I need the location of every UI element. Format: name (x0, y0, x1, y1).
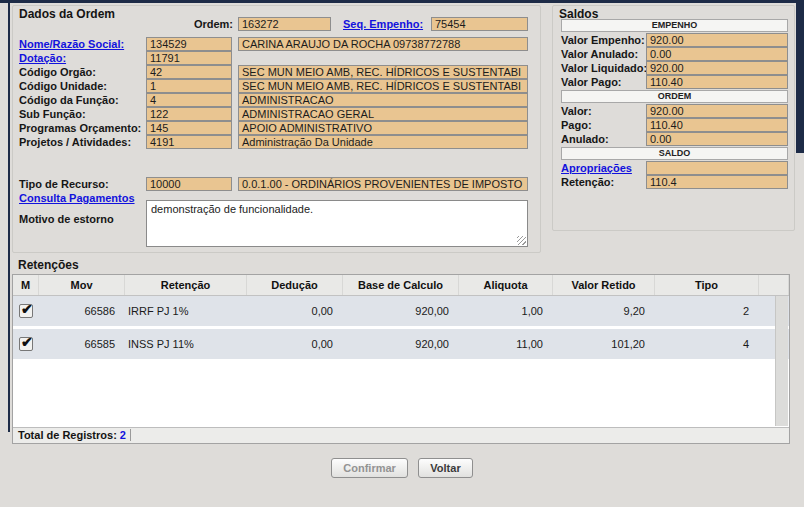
action-button-bar: Confirmar Voltar (0, 458, 804, 478)
programas-orcamento-desc-field[interactable]: APOIO ADMINISTRATIVO (238, 121, 528, 135)
nome-code-field[interactable]: 134529 (146, 37, 232, 51)
cell-valor-retido: 101,20 (553, 338, 655, 350)
saldo-section-header: SALDO (561, 147, 788, 160)
cell-mov: 66585 (39, 338, 125, 350)
voltar-button[interactable]: Voltar (418, 458, 472, 478)
seq-empenho-field[interactable]: 75454 (431, 17, 528, 31)
seq-empenho-link[interactable]: Seq. Empenho: (343, 18, 423, 31)
programas-orcamento-code-field[interactable]: 145 (146, 121, 232, 135)
retencoes-table-header: M Mov Retenção Dedução Base de Calculo A… (13, 275, 789, 296)
table-scrollbar-track[interactable] (775, 296, 788, 426)
ordem-valor-field[interactable]: 920.00 (646, 104, 788, 118)
valor-pago-label: Valor Pago: (561, 76, 622, 89)
dados-da-ordem-title: Dados da Ordem (19, 7, 115, 21)
valor-anulado-label: Valor Anulado: (561, 48, 638, 61)
cell-base-calculo: 920,00 (343, 305, 459, 317)
retencoes-table: M Mov Retenção Dedução Base de Calculo A… (12, 274, 790, 444)
codigo-orgao-label: Código Orgão: (19, 66, 96, 79)
ordem-valor-label: Valor: (561, 105, 592, 118)
valor-anulado-field[interactable]: 0.00 (646, 47, 788, 61)
dotacao-code-field[interactable]: 11791 (146, 51, 232, 65)
checkmark-icon: ✔ (21, 334, 33, 350)
nome-razao-social-link[interactable]: Nome/Razão Social: (19, 38, 124, 51)
retencao-label: Retenção: (561, 176, 614, 189)
cell-tipo: 2 (655, 305, 759, 317)
projetos-atividades-label: Projetos / Atividades: (19, 136, 131, 149)
nome-desc-field[interactable]: CARINA ARAUJO DA ROCHA 09738772788 (238, 37, 528, 51)
cell-deducao: 0,00 (247, 338, 343, 350)
column-header-mov[interactable]: Mov (39, 275, 125, 295)
resize-grip-icon[interactable] (517, 236, 526, 245)
ordem-section-header: ORDEM (561, 90, 788, 103)
column-header-deducao[interactable]: Dedução (247, 275, 343, 295)
column-header-tipo[interactable]: Tipo (655, 275, 759, 295)
projetos-atividades-desc-field[interactable]: Administração Da Unidade (238, 135, 528, 149)
sub-funcao-label: Sub Função: (19, 108, 86, 121)
sub-funcao-desc-field[interactable]: ADMINISTRACAO GERAL (238, 107, 528, 121)
row-checkbox[interactable]: ✔ (19, 304, 33, 318)
table-row[interactable]: ✔ 66586 IRRF PJ 1% 0,00 920,00 1,00 9,20… (13, 296, 789, 326)
column-header-aliquota[interactable]: Aliquota (459, 275, 553, 295)
programas-orcamento-label: Programas Orçamento: (19, 122, 141, 135)
valor-empenho-label: Valor Empenho: (561, 34, 645, 47)
tipo-recurso-code-field[interactable]: 10000 (146, 177, 232, 191)
ordem-anulado-label: Anulado: (561, 133, 609, 146)
saldos-panel: Saldos EMPENHO Valor Empenho: 920.00 Val… (552, 5, 795, 231)
column-header-base-calculo[interactable]: Base de Calculo (343, 275, 459, 295)
valor-empenho-field[interactable]: 920.00 (646, 33, 788, 47)
total-registros-count: 2 (117, 429, 131, 441)
ordem-pago-label: Pago: (561, 119, 592, 132)
total-registros-label: Total de Registros: (18, 429, 117, 441)
consulta-pagamentos-link[interactable]: Consulta Pagamentos (19, 192, 135, 205)
codigo-funcao-code-field[interactable]: 4 (146, 93, 232, 107)
apropriacoes-link[interactable]: Apropriações (561, 162, 632, 175)
valor-liquidado-field[interactable]: 920.00 (646, 61, 788, 75)
column-header-retencao[interactable]: Retenção (125, 275, 247, 295)
cell-base-calculo: 920,00 (343, 338, 459, 350)
dados-da-ordem-panel: Dados da Ordem Ordem: 163272 Seq. Empenh… (12, 5, 541, 253)
motivo-estorno-label: Motivo de estorno (19, 213, 114, 226)
cell-deducao: 0,00 (247, 305, 343, 317)
row-checkbox[interactable]: ✔ (19, 337, 33, 351)
retencoes-title: Retenções (18, 259, 79, 272)
codigo-unidade-desc-field[interactable]: SEC MUN MEIO AMB, REC. HÍDRICOS E SUSTEN… (238, 79, 528, 93)
column-header-m[interactable]: M (13, 275, 39, 295)
frame-right-border (796, 3, 804, 153)
codigo-orgao-desc-field[interactable]: SEC MUN MEIO AMB, REC. HÍDRICOS E SUSTEN… (238, 65, 528, 79)
ordem-label: Ordem: (113, 18, 233, 31)
frame-top-border (0, 0, 804, 3)
tipo-recurso-desc-field[interactable]: 0.0.1.00 - ORDINÁRIOS PROVENIENTES DE IM… (238, 177, 528, 191)
ordem-anulado-field[interactable]: 0.00 (646, 132, 788, 146)
table-row[interactable]: ✔ 66585 INSS PJ 11% 0,00 920,00 11,00 10… (13, 329, 789, 359)
cell-aliquota: 11,00 (459, 338, 553, 350)
tipo-recurso-label: Tipo de Recurso: (19, 178, 109, 191)
dotacao-link[interactable]: Dotação: (19, 52, 66, 65)
confirmar-button[interactable]: Confirmar (331, 458, 408, 478)
codigo-funcao-label: Código da Função: (19, 94, 119, 107)
sub-funcao-code-field[interactable]: 122 (146, 107, 232, 121)
cell-retencao: IRRF PJ 1% (125, 305, 247, 317)
codigo-unidade-label: Código Unidade: (19, 80, 107, 93)
apropriacoes-field[interactable] (646, 161, 788, 175)
total-registros-bar: Total de Registros:2 (13, 427, 789, 443)
codigo-unidade-code-field[interactable]: 1 (146, 79, 232, 93)
retencao-field[interactable]: 110.4 (646, 175, 788, 189)
empenho-section-header: EMPENHO (561, 19, 788, 32)
projetos-atividades-code-field[interactable]: 4191 (146, 135, 232, 149)
motivo-estorno-textarea[interactable]: demonstração de funcionalidade. (146, 200, 528, 247)
cell-retencao: INSS PJ 11% (125, 338, 247, 350)
cell-valor-retido: 9,20 (553, 305, 655, 317)
column-header-spacer (759, 275, 789, 295)
column-header-valor-retido[interactable]: Valor Retido (553, 275, 655, 295)
codigo-orgao-code-field[interactable]: 42 (146, 65, 232, 79)
checkmark-icon: ✔ (21, 301, 33, 317)
frame-left-border (8, 3, 10, 432)
valor-pago-field[interactable]: 110.40 (646, 75, 788, 89)
codigo-funcao-desc-field[interactable]: ADMINISTRACAO (238, 93, 528, 107)
cell-aliquota: 1,00 (459, 305, 553, 317)
cell-tipo: 4 (655, 338, 759, 350)
ordem-pago-field[interactable]: 110.40 (646, 118, 788, 132)
cell-mov: 66586 (39, 305, 125, 317)
ordem-field[interactable]: 163272 (238, 17, 331, 31)
valor-liquidado-label: Valor Liquidado: (561, 62, 647, 75)
